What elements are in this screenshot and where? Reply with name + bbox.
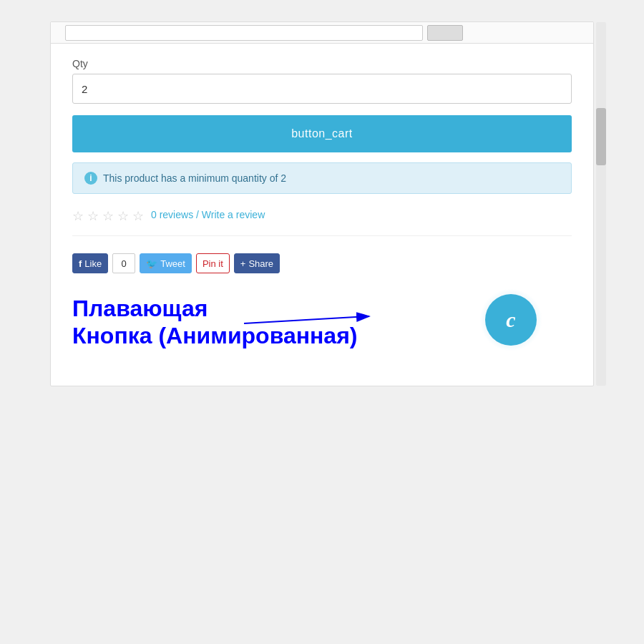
main-card: Qty button_cart i This product has a min… bbox=[50, 21, 594, 386]
add-to-cart-button[interactable]: button_cart bbox=[72, 115, 572, 152]
page-wrapper: Qty button_cart i This product has a min… bbox=[0, 0, 644, 644]
facebook-icon: f bbox=[79, 258, 82, 269]
star-1: ☆ bbox=[72, 208, 85, 221]
cart-button-label: button_cart bbox=[291, 127, 353, 140]
reviews-links: 0 reviews / Write a review bbox=[151, 209, 265, 220]
share-plus-icon: + bbox=[240, 258, 246, 269]
pinterest-pin-button[interactable]: Pin it bbox=[196, 253, 230, 273]
twitter-icon: 🐦 bbox=[146, 258, 157, 269]
star-3: ☆ bbox=[102, 208, 115, 221]
circle-char: c bbox=[506, 308, 515, 332]
write-review-link[interactable]: Write a review bbox=[202, 209, 265, 220]
info-box: i This product has a minimum quantity of… bbox=[72, 162, 572, 194]
reviews-row: ☆ ☆ ☆ ☆ ☆ 0 reviews / Write a review bbox=[72, 208, 572, 236]
star-5: ☆ bbox=[132, 208, 145, 221]
floating-annotation: Плавающая Кнопка (Анимированная) bbox=[72, 295, 572, 350]
top-bar-button[interactable] bbox=[427, 25, 463, 41]
floating-circle-button[interactable]: c bbox=[485, 294, 537, 346]
qty-label: Qty bbox=[72, 58, 572, 69]
facebook-like-button[interactable]: f Like bbox=[72, 253, 108, 273]
arrow-svg bbox=[237, 302, 380, 345]
info-message-text: This product has a minimum quantity of 2 bbox=[103, 172, 286, 184]
content-area: Qty button_cart i This product has a min… bbox=[51, 44, 593, 371]
social-row: f Like 0 🐦 Tweet Pin it + Share bbox=[72, 253, 572, 273]
top-bar bbox=[51, 22, 593, 44]
facebook-like-label: Like bbox=[84, 258, 102, 269]
twitter-tweet-button[interactable]: 🐦 Tweet bbox=[140, 253, 192, 273]
share-label: Share bbox=[248, 258, 273, 269]
twitter-tweet-label: Tweet bbox=[160, 258, 185, 269]
qty-input[interactable] bbox=[72, 74, 572, 104]
star-2: ☆ bbox=[87, 208, 100, 221]
top-bar-input[interactable] bbox=[65, 25, 423, 41]
share-button[interactable]: + Share bbox=[234, 253, 280, 273]
floating-circle-wrapper: c bbox=[479, 288, 543, 352]
svg-line-1 bbox=[244, 316, 369, 323]
scrollbar-track bbox=[596, 22, 606, 386]
facebook-count: 0 bbox=[112, 253, 135, 273]
pinterest-label: Pin it bbox=[203, 258, 223, 269]
star-rating: ☆ ☆ ☆ ☆ ☆ bbox=[72, 208, 145, 221]
reviews-separator: / bbox=[196, 209, 202, 220]
arrow-container bbox=[237, 302, 380, 345]
reviews-count-link[interactable]: 0 reviews bbox=[151, 209, 193, 220]
scrollbar-thumb[interactable] bbox=[596, 108, 606, 165]
star-4: ☆ bbox=[117, 208, 130, 221]
info-icon: i bbox=[84, 172, 97, 185]
